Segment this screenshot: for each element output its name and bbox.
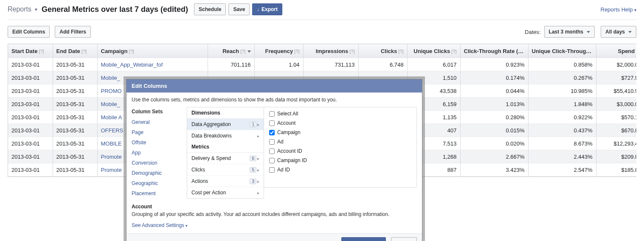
dimension-row[interactable]: Data Aggregation1▸ bbox=[187, 119, 264, 130]
save-button[interactable]: Save bbox=[228, 3, 250, 15]
metric-row[interactable]: Delivery & Spend6▸ bbox=[187, 153, 264, 164]
cell-ctr: 1.013% bbox=[460, 98, 528, 111]
colset-page[interactable]: Page bbox=[132, 127, 187, 137]
cell-spend: $209.86 bbox=[596, 150, 636, 163]
cell-end: 2013-05-31 bbox=[53, 124, 97, 137]
save-columns-button[interactable]: Save Columns bbox=[341, 237, 386, 241]
help-icon[interactable]: [?] bbox=[398, 49, 403, 54]
help-icon[interactable]: [?] bbox=[129, 49, 134, 54]
cell-ctr: 3.423% bbox=[460, 163, 528, 177]
help-icon[interactable]: [?] bbox=[294, 49, 299, 54]
dimension-row[interactable]: Data Breakdowns▸ bbox=[187, 130, 264, 141]
cell-uctr: 1.848% bbox=[528, 98, 596, 111]
chevron-right-icon: ▸ bbox=[257, 134, 259, 138]
add-filters-button[interactable]: Add Filters bbox=[55, 26, 91, 38]
column-sets-title: Column Sets bbox=[132, 107, 187, 117]
col-ctr[interactable]: Click-Through Rate (CTR)[?] bbox=[460, 44, 528, 58]
col-campaign[interactable]: Campaign[?] bbox=[97, 44, 208, 58]
col-uctr[interactable]: Unique Click-Through Rate[?] bbox=[528, 44, 596, 58]
col-freq[interactable]: Frequency[?] bbox=[254, 44, 303, 58]
checkbox[interactable] bbox=[269, 130, 275, 135]
col-start[interactable]: Start Date[?] bbox=[8, 44, 53, 58]
cell-ctr: 0.174% bbox=[460, 71, 528, 84]
col-reach[interactable]: Reach[?] bbox=[208, 44, 254, 58]
colset-conversion[interactable]: Conversion bbox=[132, 158, 187, 168]
metric-row[interactable]: Cost per Action▸ bbox=[187, 187, 264, 198]
colset-placement[interactable]: Placement bbox=[132, 188, 187, 199]
download-icon: ↓ bbox=[257, 7, 259, 12]
help-label: Reports Help bbox=[601, 6, 633, 13]
cell-start: 2013-03-01 bbox=[8, 84, 53, 98]
checkbox[interactable] bbox=[269, 149, 275, 154]
col-spend[interactable]: Spend[?] bbox=[596, 44, 636, 58]
date-range-button[interactable]: Last 3 months bbox=[544, 26, 595, 38]
colset-demographic[interactable]: Demographic bbox=[132, 168, 187, 178]
cell-start: 2013-03-01 bbox=[8, 71, 53, 84]
count-badge: 5 bbox=[250, 167, 256, 173]
help-icon[interactable]: [?] bbox=[82, 49, 87, 54]
export-button[interactable]: ↓ Export bbox=[252, 3, 282, 15]
col-end[interactable]: End Date[?] bbox=[53, 44, 97, 58]
modal-footer: Save Columns Cancel bbox=[127, 233, 422, 241]
cell-uctr: 0.922% bbox=[528, 111, 596, 124]
cell-spend: $55,410.98 bbox=[596, 84, 636, 98]
col-clicks[interactable]: Clicks[?] bbox=[358, 44, 407, 58]
help-icon[interactable]: [?] bbox=[636, 49, 636, 54]
cell-uctr: 8.673% bbox=[528, 137, 596, 150]
options-panel: Select AllAccountCampaignAdAccount IDCam… bbox=[264, 107, 417, 188]
advanced-settings[interactable]: See Advanced Settings ▾ bbox=[132, 220, 417, 233]
help-icon[interactable]: [?] bbox=[349, 49, 354, 54]
cell-end: 2013-05-31 bbox=[53, 98, 97, 111]
colset-app[interactable]: App bbox=[132, 148, 187, 158]
caret-down-icon: ▾ bbox=[634, 8, 636, 12]
cell-spend: $3,000.00 bbox=[596, 98, 636, 111]
edit-columns-button[interactable]: Edit Columns bbox=[8, 26, 50, 38]
cancel-button[interactable]: Cancel bbox=[391, 237, 417, 241]
col-impr[interactable]: Impressions[?] bbox=[303, 44, 358, 58]
colset-general[interactable]: General bbox=[132, 117, 187, 127]
topbar: Reports ▼ General Metrics over last 7 da… bbox=[0, 0, 644, 20]
checkbox[interactable] bbox=[269, 139, 275, 145]
cell-start: 2013-03-01 bbox=[8, 150, 53, 163]
colset-geographic[interactable]: Geographic bbox=[132, 178, 187, 188]
option-ad[interactable]: Ad bbox=[264, 137, 416, 146]
option-account[interactable]: Account bbox=[264, 118, 416, 128]
days-button[interactable]: All days bbox=[601, 26, 636, 38]
schedule-button[interactable]: Schedule bbox=[194, 3, 226, 15]
cell-campaign[interactable]: Mobile_App_Webinar_fof bbox=[97, 58, 208, 71]
help-link[interactable]: Reports Help ▾ bbox=[601, 6, 637, 13]
cell-freq: 1.04 bbox=[254, 58, 303, 71]
option-select-all[interactable]: Select All bbox=[264, 109, 416, 118]
option-campaign[interactable]: Campaign bbox=[264, 128, 416, 137]
help-icon[interactable]: [?] bbox=[451, 49, 456, 54]
help-icon[interactable]: [?] bbox=[39, 49, 44, 54]
option-account-id[interactable]: Account ID bbox=[264, 146, 416, 156]
checkbox[interactable] bbox=[269, 167, 275, 173]
help-icon[interactable]: [?] bbox=[240, 49, 245, 54]
option-ad-id[interactable]: Ad ID bbox=[264, 165, 416, 174]
checkbox[interactable] bbox=[269, 111, 275, 117]
dimensions-title: Dimensions bbox=[187, 107, 264, 119]
modal-title: Edit Columns bbox=[127, 79, 422, 92]
sort-desc-icon bbox=[247, 50, 251, 53]
cell-spend: $727.97 bbox=[596, 71, 636, 84]
chevron-right-icon: ▸ bbox=[257, 122, 259, 127]
checkbox[interactable] bbox=[269, 120, 275, 126]
caret-down-icon: ▾ bbox=[184, 224, 188, 228]
table-header-row: Start Date[?]End Date[?]Campaign[?]Reach… bbox=[8, 44, 636, 58]
col-uclicks[interactable]: Unique Clicks[?] bbox=[407, 44, 460, 58]
help-body: Grouping of all your specific ads activi… bbox=[132, 211, 417, 217]
metric-row[interactable]: Actions3▸ bbox=[187, 176, 264, 187]
column-sets: Column Sets GeneralPageOffsiteAppConvers… bbox=[132, 107, 187, 199]
subbar: Edit Columns Add Filters Dates: Last 3 m… bbox=[0, 26, 644, 44]
option-campaign-id[interactable]: Campaign ID bbox=[264, 156, 416, 165]
chevron-right-icon: ▸ bbox=[257, 179, 259, 184]
export-label: Export bbox=[262, 6, 278, 12]
colset-offsite[interactable]: Offsite bbox=[132, 137, 187, 148]
breadcrumb[interactable]: Reports ▼ bbox=[8, 6, 38, 13]
count-badge: 3 bbox=[250, 179, 256, 184]
cell-start: 2013-03-01 bbox=[8, 124, 53, 137]
metric-row[interactable]: Clicks5▸ bbox=[187, 164, 264, 176]
cell-end: 2013-05-31 bbox=[53, 71, 97, 84]
checkbox[interactable] bbox=[269, 158, 275, 163]
